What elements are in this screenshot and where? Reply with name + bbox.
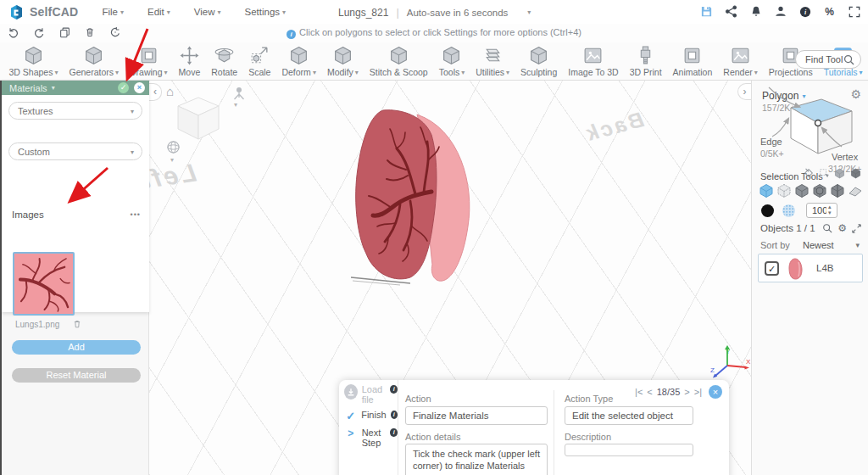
action-type-input[interactable] <box>565 406 693 425</box>
scale-icon <box>249 45 270 66</box>
render-image-icon <box>730 45 751 66</box>
half-cube-icon[interactable] <box>830 183 845 198</box>
tool-3d-print[interactable]: 3D Print <box>624 45 667 77</box>
nav-next-icon[interactable]: > <box>684 387 689 397</box>
collapse-right-panel-button[interactable]: › <box>737 83 751 100</box>
soft-selection-swatch[interactable] <box>782 204 795 217</box>
tool-drawing[interactable]: Drawing▾ <box>125 45 174 77</box>
custom-dropdown[interactable] <box>8 142 142 160</box>
wireframe-cube-icon[interactable] <box>776 183 792 198</box>
tool-render[interactable]: Render▾ <box>718 45 763 77</box>
notifications-bell-icon[interactable] <box>748 4 763 19</box>
search-icon <box>843 54 854 65</box>
reset-material-button[interactable]: Reset Material <box>12 368 141 383</box>
nav-first-icon[interactable]: |< <box>635 387 643 397</box>
close-panel-icon[interactable]: × <box>134 82 145 93</box>
quick-action-bar: iClick on polygons to select or click Se… <box>0 24 868 42</box>
dropdown-caret-icon: ▾ <box>355 69 359 76</box>
tutorial-panel: |< < 18/35 > >| × Load file i ✓ Finish i… <box>339 380 729 475</box>
materials-panel-header[interactable]: Materials▾ ✓ × <box>2 81 149 95</box>
step-next-step[interactable]: > Next Step i <box>344 428 398 448</box>
tool-3d-shapes[interactable]: 3D Shapes▾ <box>3 45 64 77</box>
delete-image-trash-icon[interactable] <box>73 319 81 329</box>
tolerance-input[interactable] <box>806 203 837 218</box>
grid-back-label: Back <box>580 108 648 147</box>
object-visibility-checkbox[interactable]: ✓ <box>765 261 779 276</box>
cube-select-icon[interactable] <box>834 168 845 179</box>
expand-objects-icon[interactable] <box>852 224 861 233</box>
paint-bucket-icon[interactable] <box>804 168 814 178</box>
tutorial-close-icon[interactable]: × <box>709 385 722 399</box>
share-icon[interactable] <box>724 4 738 19</box>
search-objects-icon[interactable] <box>822 223 832 233</box>
textures-dropdown[interactable] <box>8 102 142 120</box>
globe-caret-icon[interactable]: ▾ <box>170 156 174 164</box>
tool-scale[interactable]: Scale <box>243 45 276 77</box>
view-cube[interactable] <box>175 94 222 143</box>
sort-by-label: Sort by <box>760 240 790 250</box>
action-details-textarea[interactable]: Tick the check mark (upper left corner) … <box>405 444 548 475</box>
tool-utilities[interactable]: Utilities▾ <box>470 45 515 77</box>
home-view-icon[interactable]: ⌂ <box>166 84 174 98</box>
tool-tools[interactable]: Tools▾ <box>433 45 470 77</box>
nav-last-icon[interactable]: >| <box>694 387 702 397</box>
tool-image-to-3d[interactable]: Image To 3D <box>563 45 624 77</box>
fullscreen-icon[interactable] <box>847 4 861 19</box>
move-arrows-icon <box>179 45 200 66</box>
menu-edit[interactable]: Edit▾ <box>147 7 170 17</box>
tolerance-stepper[interactable]: ▴▾ <box>828 204 832 215</box>
main-toolbar: 3D Shapes▾ Generators▾ Drawing▾ Move Rot… <box>0 42 868 81</box>
add-material-button[interactable]: Add <box>12 340 141 355</box>
select-all-cube-icon[interactable] <box>759 183 774 198</box>
sketch-icon <box>138 45 159 66</box>
color-black-swatch[interactable] <box>761 204 774 217</box>
tool-rotate[interactable]: Rotate <box>206 45 243 77</box>
selfcad-logo[interactable]: SelfCAD <box>0 4 78 20</box>
sort-dropdown[interactable]: Newest <box>803 240 834 250</box>
step-info-icon[interactable]: i <box>390 385 398 394</box>
lung-model[interactable] <box>349 108 489 311</box>
material-image-thumbnail[interactable] <box>13 252 75 316</box>
camera-caret-icon[interactable]: ▾ <box>234 101 237 109</box>
step-finish[interactable]: ✓ Finish i <box>344 410 398 422</box>
status-hint: iClick on polygons to select or click Se… <box>0 27 868 39</box>
autosave-caret-icon[interactable]: ▾ <box>527 8 531 16</box>
camera-gizmo-icon[interactable] <box>231 86 248 101</box>
description-input[interactable] <box>565 444 693 456</box>
solid-cube-select-icon[interactable] <box>850 168 861 179</box>
hint-info-icon: i <box>287 30 296 39</box>
menu-view[interactable]: View▾ <box>194 7 221 17</box>
images-menu-icon[interactable]: ••• <box>131 210 141 219</box>
step-load-file[interactable]: Load file i <box>344 384 398 405</box>
tool-stitch-scoop[interactable]: Stitch & Scoop <box>364 45 433 77</box>
grid-globe-icon[interactable] <box>166 140 181 154</box>
grid-cube-icon[interactable] <box>794 183 810 198</box>
tool-move[interactable]: Move <box>173 45 206 77</box>
collapse-left-panel-button[interactable]: ‹ <box>149 83 162 101</box>
objects-gear-icon[interactable]: ⚙ <box>837 222 847 234</box>
cube-icon <box>23 45 44 66</box>
find-tool-search[interactable]: Find Tool <box>795 50 861 69</box>
object-list-item[interactable]: ✓ L4B <box>758 254 863 282</box>
tool-animation[interactable]: Animation <box>667 45 718 77</box>
units-icon[interactable]: % <box>822 4 837 19</box>
save-icon[interactable] <box>699 4 714 19</box>
menu-file[interactable]: File▾ <box>102 7 124 17</box>
tool-sculpting[interactable]: Sculpting <box>515 45 563 77</box>
nav-prev-icon[interactable]: < <box>647 387 652 397</box>
tool-deform[interactable]: Deform▾ <box>276 45 321 77</box>
round-select-cube-icon[interactable] <box>812 183 827 198</box>
finalize-check-icon[interactable]: ✓ <box>118 82 129 93</box>
tool-modify[interactable]: Modify▾ <box>321 45 364 77</box>
action-input[interactable] <box>405 406 548 425</box>
account-user-icon[interactable] <box>773 4 787 19</box>
info-icon[interactable]: i <box>798 4 812 19</box>
plane-select-icon[interactable] <box>848 183 863 198</box>
document-title: Lungs_821 <box>338 7 388 19</box>
step-info-icon[interactable]: i <box>390 428 398 437</box>
tool-generators[interactable]: Generators▾ <box>64 45 125 77</box>
step-info-icon[interactable]: i <box>391 411 398 419</box>
menu-settings[interactable]: Settings▾ <box>245 7 287 17</box>
axis-gizmo: Y X Z <box>709 344 751 383</box>
lasso-select-icon[interactable] <box>819 168 829 178</box>
